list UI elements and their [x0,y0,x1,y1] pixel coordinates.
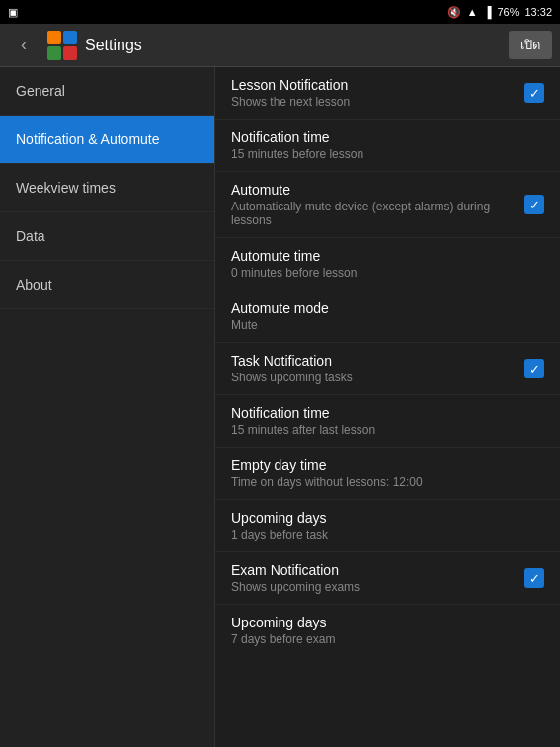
setting-text: Upcoming days 1 days before task [231,510,544,541]
icon-cell-blue [63,31,77,44]
setting-text: Exam Notification Shows upcoming exams [231,562,517,594]
setting-subtitle: Shows the next lesson [231,95,517,109]
status-bar-right: 🔇 ▲ ▐ 76% 13:32 [447,6,552,19]
setting-exam-notification[interactable]: Exam Notification Shows upcoming exams ✓ [215,552,560,605]
action-button[interactable]: เปิด [509,31,552,59]
setting-text: Notification time 15 minutes before less… [231,129,544,161]
setting-title: Lesson Notification [231,77,517,93]
setting-notification-time-task[interactable]: Notification time 15 minutes after last … [215,395,560,448]
sidebar-item-data[interactable]: Data [0,212,214,261]
icon-cell-orange [47,31,61,44]
setting-text: Notification time 15 minutes after last … [231,405,544,437]
settings-content: Lesson Notification Shows the next lesso… [215,67,560,747]
setting-title: Exam Notification [231,562,517,578]
setting-title: Automute [231,182,517,198]
top-header: ‹ Settings เปิด [0,24,560,67]
back-button[interactable]: ‹ [8,30,40,61]
setting-title: Upcoming days [231,615,544,630]
task-notification-checkbox[interactable]: ✓ [524,359,544,378]
status-bar-left: ▣ [8,6,18,19]
setting-text: Automute mode Mute [231,300,544,332]
setting-upcoming-days-exam[interactable]: Upcoming days 7 days before exam [215,605,560,656]
setting-upcoming-days-task[interactable]: Upcoming days 1 days before task [215,500,560,552]
setting-subtitle: Time on days without lessons: 12:00 [231,475,544,489]
setting-subtitle: Shows upcoming exams [231,580,517,594]
icon-cell-green [47,46,61,60]
icon-cell-red [63,46,77,60]
signal-icon: ▐ [484,6,492,18]
setting-notification-time-lesson[interactable]: Notification time 15 minutes before less… [215,120,560,172]
main-layout: General Notification & Automute Weekview… [0,67,560,747]
app-icon [47,31,77,60]
setting-automute-time[interactable]: Automute time 0 minutes before lesson [215,238,560,290]
setting-text: Upcoming days 7 days before exam [231,615,544,646]
automute-checkbox[interactable]: ✓ [524,195,544,214]
setting-title: Upcoming days [231,510,544,526]
setting-automute[interactable]: Automute Automatically mute device (exce… [215,172,560,238]
setting-title: Notification time [231,405,544,421]
check-icon: ✓ [529,362,540,376]
lesson-notification-checkbox[interactable]: ✓ [524,83,544,103]
setting-automute-mode[interactable]: Automute mode Mute [215,290,560,343]
sidebar-item-general[interactable]: General [0,67,214,116]
setting-text: Task Notification Shows upcoming tasks [231,353,517,384]
sidebar-item-notification-automute[interactable]: Notification & Automute [0,116,214,164]
wifi-icon: ▲ [467,6,478,18]
setting-lesson-notification[interactable]: Lesson Notification Shows the next lesso… [215,67,560,120]
setting-title: Notification time [231,129,544,145]
setting-title: Automute mode [231,300,544,316]
setting-subtitle: Automatically mute device (except alarms… [231,200,517,227]
sidebar: General Notification & Automute Weekview… [0,67,215,747]
setting-title: Task Notification [231,353,517,369]
setting-subtitle: 15 minutes after last lesson [231,423,544,437]
setting-subtitle: 15 minutes before lesson [231,147,544,161]
setting-subtitle: 1 days before task [231,528,544,541]
setting-text: Empty day time Time on days without less… [231,457,544,489]
setting-text: Lesson Notification Shows the next lesso… [231,77,517,109]
setting-subtitle: 7 days before exam [231,632,544,646]
app-status-icon: ▣ [8,6,18,19]
setting-subtitle: Shows upcoming tasks [231,371,517,384]
status-bar: ▣ 🔇 ▲ ▐ 76% 13:32 [0,0,560,24]
setting-title: Automute time [231,248,544,264]
setting-empty-day-time[interactable]: Empty day time Time on days without less… [215,448,560,500]
clock: 13:32 [524,6,552,18]
exam-notification-checkbox[interactable]: ✓ [524,568,544,588]
mute-icon: 🔇 [447,6,461,19]
page-title: Settings [85,37,509,54]
setting-title: Empty day time [231,457,544,473]
setting-subtitle: 0 minutes before lesson [231,266,544,280]
setting-text: Automute time 0 minutes before lesson [231,248,544,280]
check-icon: ✓ [529,86,540,101]
check-icon: ✓ [529,198,540,212]
sidebar-item-weekview-times[interactable]: Weekview times [0,164,214,212]
setting-task-notification[interactable]: Task Notification Shows upcoming tasks ✓ [215,343,560,395]
battery-level: 76% [497,6,519,18]
setting-subtitle: Mute [231,318,544,332]
setting-text: Automute Automatically mute device (exce… [231,182,517,227]
check-icon: ✓ [529,571,540,586]
sidebar-item-about[interactable]: About [0,261,214,309]
